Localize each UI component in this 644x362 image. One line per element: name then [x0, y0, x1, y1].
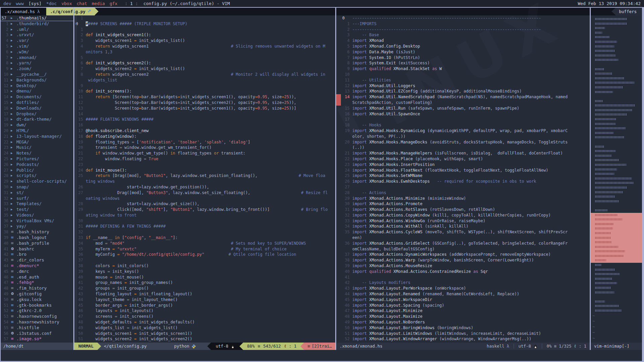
tree-item[interactable]: 39≡.bash_logout — [1, 235, 73, 241]
tree-item[interactable]: 57▸.thumbnails/ — [1, 15, 73, 21]
code-line[interactable]: 3 widgets_screen1 = init_widgets_list() — [74, 38, 335, 44]
code-line[interactable]: 27 Drag([mod], "Button3", lazy.window.se… — [74, 190, 335, 201]
code-line[interactable]: 20 transient = window.window.get_wm_tran… — [74, 145, 335, 150]
window-separator-3[interactable] — [590, 8, 591, 350]
code-line[interactable]: 36import XMonad.Actions.GridSelect (GSCo… — [336, 241, 590, 252]
code-line[interactable]: 24def init_mouse(): — [74, 168, 335, 173]
dwm-tag-chat[interactable]: chat — [77, 1, 87, 6]
code-line[interactable]: 45 border_args = init_border_args() — [74, 303, 335, 308]
minimap-row-highlighted[interactable] — [591, 240, 642, 245]
code-line[interactable]: 46import XMonad.Layout.Spacing (spacing) — [336, 303, 590, 308]
code-line[interactable]: 26import XMonad.Hooks.EwmhDesktops -- re… — [336, 179, 590, 184]
tree-item[interactable]: 21▸i3-layout-manager/ — [1, 134, 73, 139]
minimap-row-highlighted[interactable] — [591, 249, 642, 254]
tree-item[interactable]: 10▸__pycache__/ — [1, 72, 73, 77]
minimap-row[interactable] — [591, 90, 642, 95]
minimap-row[interactable] — [591, 26, 642, 31]
nerdtree-pane[interactable]: 57▸.thumbnails/1▸.thunderbird/2▸.uml/3▸.… — [1, 15, 73, 343]
code-line[interactable]: 19import XMonad.Hooks.DynamicLog (dynami… — [336, 128, 590, 139]
minimap-row[interactable] — [591, 163, 642, 167]
minimap-row[interactable] — [591, 112, 642, 117]
tree-item[interactable]: 13▸dmenu/ — [1, 88, 73, 94]
code-line[interactable]: 39import XMonad.Actions.MouseResize — [336, 263, 590, 269]
code-line[interactable]: 16import XMonad.Util.SpawnOnce — [336, 111, 590, 117]
code-line[interactable]: 10 — [336, 72, 590, 77]
code-line[interactable]: 31##### DEFINING A FEW THINGS ##### — [74, 224, 335, 229]
code-line[interactable]: 51import XMonad.Layout.LimitWindows (lim… — [336, 331, 590, 337]
tree-item[interactable]: 29▸shell-color-scripts/ — [1, 179, 73, 184]
tree-item[interactable]: 15▸dotfiles/ — [1, 100, 73, 106]
code-line[interactable]: 10def init_screens(): — [74, 88, 335, 94]
tree-item[interactable]: 17▸Dropbox/ — [1, 111, 73, 117]
minimap-row[interactable] — [591, 80, 642, 85]
tree-item[interactable]: 8▸.yarn/ — [1, 60, 73, 66]
minimap-row[interactable] — [591, 181, 642, 185]
minimap-row-highlighted[interactable] — [591, 258, 642, 263]
tree-item[interactable]: 57≡.image.so* — [1, 336, 73, 342]
tree-item[interactable]: 6▸.w3m/ — [1, 49, 73, 55]
minimap-row[interactable] — [591, 308, 642, 313]
minimap-row[interactable] — [591, 58, 642, 62]
code-line[interactable]: 29 Click([mod, "shift"], "Button1", lazy… — [74, 207, 335, 218]
code-line[interactable]: 14 — [74, 111, 335, 117]
minimap-row-highlighted[interactable] — [591, 213, 642, 218]
minimap-row[interactable] — [591, 94, 642, 99]
code-line[interactable]: 7import System.IO (hPutStrLn) — [336, 55, 590, 61]
tree-item[interactable]: 44≡.dmenurc* — [1, 263, 73, 269]
dwm-tag-doc[interactable]: *doc — [46, 1, 57, 6]
minimap-row[interactable] — [591, 176, 642, 181]
code-line[interactable]: 45import XMonad.Layout.WorkspaceDir — [336, 297, 590, 303]
tree-item[interactable]: 1▸.thunderbird/ — [1, 21, 73, 27]
code-line[interactable]: 1---IMPORTS — [336, 21, 590, 27]
code-line[interactable]: 21 if window.window.get_wm_type() in flo… — [74, 150, 335, 156]
code-line[interactable]: 21import XMonad.Hooks.ManageHelpers (isF… — [336, 150, 590, 156]
code-line[interactable]: 48 widget_defaults = init_widgets_defaul… — [74, 319, 335, 325]
code-line[interactable]: 40 mouse = init_mouse() — [74, 275, 335, 280]
code-line[interactable]: 34 mod = "mod4" # Sets mod key to SUPER/… — [74, 241, 335, 246]
tree-item[interactable]: 51≡.gtk-bookmarks — [1, 303, 73, 308]
tree-item[interactable]: 41⚙.bashrc — [1, 246, 73, 252]
code-line[interactable]: 49 widgets_list = init_widgets_list() — [74, 325, 335, 331]
code-line[interactable]: 23 — [74, 162, 335, 168]
code-line[interactable]: 13 Screen(top=bar.Bar(widgets=init_widge… — [74, 106, 335, 111]
minimap-row-highlighted[interactable] — [591, 236, 642, 240]
code-line[interactable]: 31import XMonad.Actions.RotSlaves (rotSl… — [336, 207, 590, 213]
tree-item[interactable]: 23▸Music/ — [1, 145, 73, 150]
code-line[interactable]: 44 layout_theme = init_layout_theme() — [74, 297, 335, 303]
code-line[interactable]: 38 colors = init_colors() — [74, 263, 335, 269]
code-line[interactable]: 4import XMonad — [336, 38, 590, 44]
code-line[interactable]: 12import XMonad.Util.Loggers — [336, 83, 590, 89]
tree-item[interactable]: 50≡.gksu.lock — [1, 297, 73, 303]
minimap-row[interactable] — [591, 126, 642, 131]
tree-item[interactable]: 47≡.fehbg* — [1, 280, 73, 286]
minimap-row[interactable] — [591, 286, 642, 290]
code-line[interactable]: 8 return widgets_screen2 # Monitor 2 wil… — [74, 72, 335, 83]
tree-item[interactable]: 18▸dt-dark-theme/ — [1, 117, 73, 122]
code-line[interactable]: 33import XMonad.Actions.WindowGo (runOrR… — [336, 218, 590, 224]
tree-item[interactable]: 36▸VirtualBox VMs/ — [1, 218, 73, 224]
minimap-row[interactable] — [591, 208, 642, 213]
minimap-row[interactable] — [591, 295, 642, 299]
tree-item[interactable]: 26▸Podcasts/ — [1, 162, 73, 168]
code-line[interactable]: 52import XMonad.Layout.WindowArranger (w… — [336, 336, 590, 342]
code-line[interactable]: 6import Data.Maybe (isJust) — [336, 49, 590, 55]
minimap-row[interactable] — [591, 31, 642, 35]
code-line[interactable]: 30 — [74, 218, 335, 224]
code-line[interactable]: 7 widgets_screen2 = init_widgets_list() — [74, 66, 335, 72]
code-line[interactable]: 33if __name__ in ["config", "__main__"]: — [74, 235, 335, 241]
tree-item[interactable]: 48≡.fim_history — [1, 286, 73, 291]
code-line[interactable]: 51 widgets_screen2 = init_widgets_screen… — [74, 336, 335, 342]
code-line[interactable]: 17@hook.subscribe.client_new — [74, 128, 335, 134]
tree-item[interactable]: 31▸st/ — [1, 190, 73, 196]
dwm-tag-media[interactable]: media — [92, 1, 105, 6]
code-line[interactable]: 22import XMonad.Hooks.Place (placeHook, … — [336, 156, 590, 162]
code-line[interactable]: 5 — [74, 55, 335, 61]
code-line[interactable]: 2---------------------------------------… — [336, 27, 590, 33]
tree-item[interactable]: 9▸.zoom/ — [1, 66, 73, 72]
window-separator-2[interactable] — [335, 8, 336, 350]
code-line[interactable]: 43 floating_layout = init_floating_layou… — [74, 291, 335, 297]
code-line[interactable]: 9import qualified XMonad.StackSet as W — [336, 66, 590, 72]
code-line[interactable]: 32import XMonad.Actions.CopyWindow (kill… — [336, 213, 590, 218]
code-line[interactable]: 50import XMonad.Layout.BoringWindows (bo… — [336, 325, 590, 331]
tree-item[interactable]: 43≡.dir_colors — [1, 257, 73, 263]
